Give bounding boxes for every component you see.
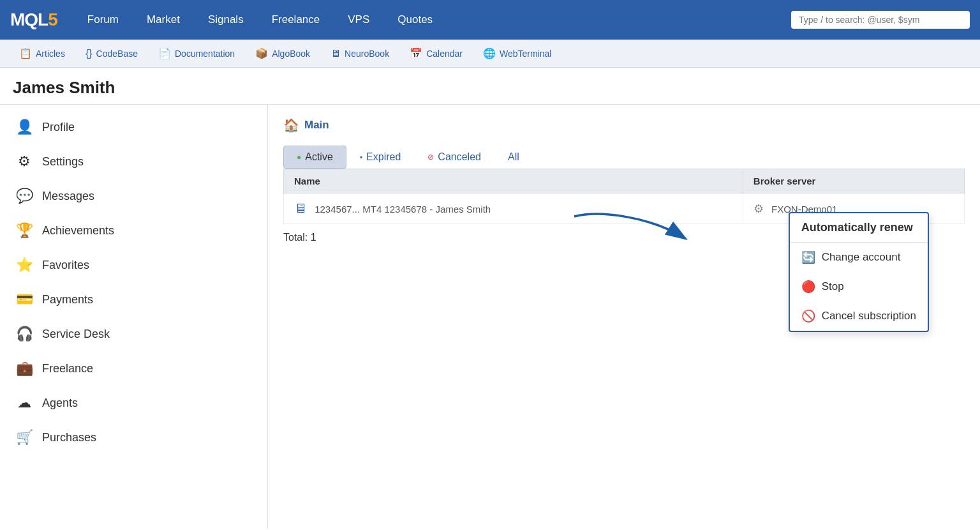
- calendar-icon: 📅: [410, 47, 422, 59]
- sidebar-label-settings: Settings: [42, 155, 84, 169]
- subnav-algobook[interactable]: 📦 AlgoBook: [246, 40, 319, 68]
- auto-renew-label: Automatically renew: [801, 221, 913, 234]
- codebase-icon: {}: [85, 48, 93, 59]
- sidebar-label-favorites: Favorites: [42, 259, 89, 272]
- context-menu-cancel-subscription[interactable]: 🚫 Cancel subscription: [790, 301, 928, 331]
- subnav-neurobook[interactable]: 🖥 NeuroBook: [322, 40, 398, 68]
- sidebar-item-agents[interactable]: ☁ Agents: [0, 386, 267, 420]
- tab-all-label: All: [508, 151, 519, 163]
- sidebar-label-payments: Payments: [42, 293, 93, 307]
- documentation-icon: 📄: [158, 47, 171, 59]
- subnav-articles[interactable]: 📋 Articles: [10, 40, 74, 68]
- webterminal-icon: 🌐: [483, 47, 496, 59]
- breadcrumb: 🏠 Main: [283, 117, 965, 133]
- freelance-icon: 💼: [15, 360, 33, 377]
- context-menu-change-account[interactable]: 🔄 Change account: [790, 243, 928, 272]
- sidebar-label-agents: Agents: [42, 397, 78, 410]
- user-header: James Smith: [0, 68, 980, 105]
- subnav-articles-label: Articles: [36, 49, 65, 59]
- sidebar-item-purchases[interactable]: 🛒 Purchases: [0, 420, 267, 455]
- articles-icon: 📋: [19, 47, 32, 59]
- subnav-calendar-label: Calendar: [426, 49, 463, 59]
- payments-icon: 💳: [15, 291, 33, 308]
- nav-vps[interactable]: VPS: [334, 0, 383, 40]
- tab-canceled-label: Canceled: [438, 151, 481, 163]
- tab-active[interactable]: ● Active: [283, 146, 346, 169]
- total-value: 1: [311, 232, 316, 243]
- favorites-icon: ⭐: [15, 257, 33, 273]
- sidebar-item-favorites[interactable]: ⭐ Favorites: [0, 248, 267, 282]
- change-account-label: Change account: [822, 251, 901, 264]
- sidebar-item-messages[interactable]: 💬 Messages: [0, 179, 267, 213]
- nav-links: Forum Market Signals Freelance VPS Quote…: [73, 0, 791, 40]
- subnav-webterminal[interactable]: 🌐 WebTerminal: [474, 40, 560, 68]
- nav-quotes[interactable]: Quotes: [383, 0, 447, 40]
- sidebar-label-servicedesk: Service Desk: [42, 328, 110, 341]
- logo[interactable]: MQL 5: [10, 10, 58, 30]
- cancel-icon: 🚫: [801, 309, 815, 323]
- cancel-subscription-label: Cancel subscription: [822, 310, 916, 322]
- stop-label: Stop: [822, 280, 844, 293]
- messages-icon: 💬: [15, 188, 33, 204]
- sidebar-label-messages: Messages: [42, 190, 94, 203]
- achievements-icon: 🏆: [15, 222, 33, 239]
- sidebar-label-purchases: Purchases: [42, 431, 96, 444]
- neurobook-icon: 🖥: [330, 48, 341, 59]
- logo-mql: MQL: [10, 10, 48, 30]
- sidebar-label-freelance: Freelance: [42, 362, 93, 375]
- home-icon: 🏠: [283, 117, 299, 133]
- sidebar-label-achievements: Achievements: [42, 224, 114, 238]
- table-header-row: Name Broker server: [284, 169, 965, 193]
- algobook-icon: 📦: [255, 47, 268, 59]
- subnav-neurobook-label: NeuroBook: [345, 49, 389, 59]
- row-icon: 🖥: [294, 201, 307, 215]
- settings-icon: ⚙: [15, 153, 33, 170]
- subnav-codebase-label: CodeBase: [96, 49, 138, 59]
- subnav-codebase[interactable]: {} CodeBase: [77, 40, 147, 68]
- active-dot-icon: ●: [297, 153, 301, 162]
- tab-all[interactable]: All: [494, 146, 533, 169]
- main-layout: 👤 Profile ⚙ Settings 💬 Messages 🏆 Achiev…: [0, 105, 980, 529]
- tab-canceled[interactable]: ⊘ Canceled: [414, 146, 494, 169]
- sidebar: 👤 Profile ⚙ Settings 💬 Messages 🏆 Achiev…: [0, 105, 268, 529]
- sidebar-item-profile[interactable]: 👤 Profile: [0, 110, 267, 144]
- sub-navigation: 📋 Articles {} CodeBase 📄 Documentation 📦…: [0, 40, 980, 68]
- subnav-calendar[interactable]: 📅 Calendar: [401, 40, 471, 68]
- sidebar-item-settings[interactable]: ⚙ Settings: [0, 144, 267, 179]
- row-name: 1234567... MT4 12345678 - James Smith: [315, 204, 491, 215]
- nav-signals[interactable]: Signals: [194, 0, 258, 40]
- expired-dot-icon: ▪: [360, 153, 362, 162]
- purchases-icon: 🛒: [15, 429, 33, 446]
- agents-icon: ☁: [15, 395, 33, 411]
- servicedesk-icon: 🎧: [15, 326, 33, 342]
- subnav-algobook-label: AlgoBook: [272, 49, 310, 59]
- subnav-webterminal-label: WebTerminal: [500, 49, 551, 59]
- top-navigation: MQL 5 Forum Market Signals Freelance VPS…: [0, 0, 980, 40]
- profile-icon: 👤: [15, 119, 33, 135]
- subscription-tabs: ● Active ▪ Expired ⊘ Canceled All: [283, 146, 965, 169]
- tab-expired-label: Expired: [366, 151, 401, 163]
- breadcrumb-label: Main: [304, 119, 329, 132]
- sidebar-item-payments[interactable]: 💳 Payments: [0, 282, 267, 317]
- context-menu-auto-renew[interactable]: Automatically renew: [790, 213, 928, 243]
- sidebar-item-achievements[interactable]: 🏆 Achievements: [0, 213, 267, 248]
- sidebar-label-profile: Profile: [42, 121, 75, 134]
- subnav-documentation-label: Documentation: [175, 49, 235, 59]
- col-broker: Broker server: [743, 169, 964, 193]
- content-area: 🏠 Main ● Active ▪ Expired ⊘ Canceled All: [268, 105, 980, 529]
- logo-5: 5: [48, 10, 58, 30]
- search-input[interactable]: [791, 11, 970, 29]
- context-menu-stop[interactable]: 🔴 Stop: [790, 272, 928, 301]
- row-name-cell: 🖥 1234567... MT4 12345678 - James Smith: [284, 193, 743, 224]
- nav-freelance[interactable]: Freelance: [258, 0, 334, 40]
- nav-market[interactable]: Market: [133, 0, 194, 40]
- nav-forum[interactable]: Forum: [73, 0, 133, 40]
- tab-expired[interactable]: ▪ Expired: [346, 146, 415, 169]
- stop-icon: 🔴: [801, 280, 815, 294]
- canceled-dot-icon: ⊘: [427, 153, 434, 162]
- sidebar-item-servicedesk[interactable]: 🎧 Service Desk: [0, 317, 267, 351]
- sidebar-item-freelance[interactable]: 💼 Freelance: [0, 351, 267, 386]
- tab-active-label: Active: [305, 151, 333, 163]
- subnav-documentation[interactable]: 📄 Documentation: [149, 40, 244, 68]
- col-name: Name: [284, 169, 743, 193]
